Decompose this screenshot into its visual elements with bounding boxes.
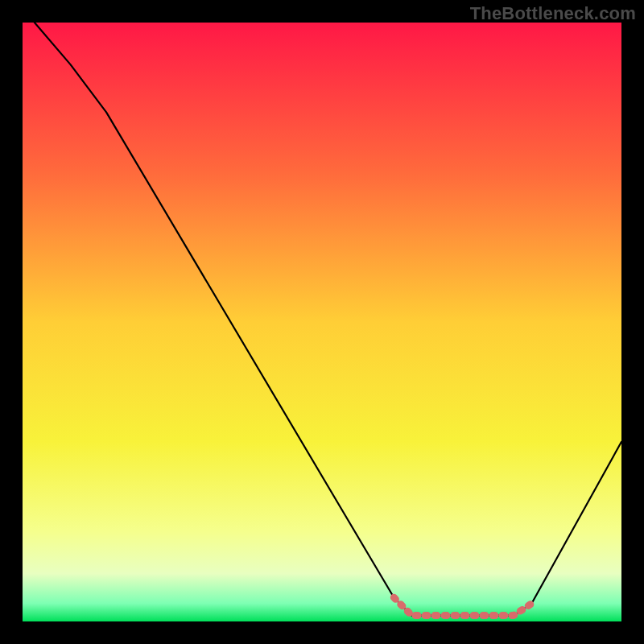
chart-frame: TheBottleneck.com bbox=[0, 0, 644, 644]
watermark-text: TheBottleneck.com bbox=[470, 3, 636, 24]
plot-background bbox=[23, 23, 621, 621]
bottleneck-chart bbox=[0, 0, 644, 644]
